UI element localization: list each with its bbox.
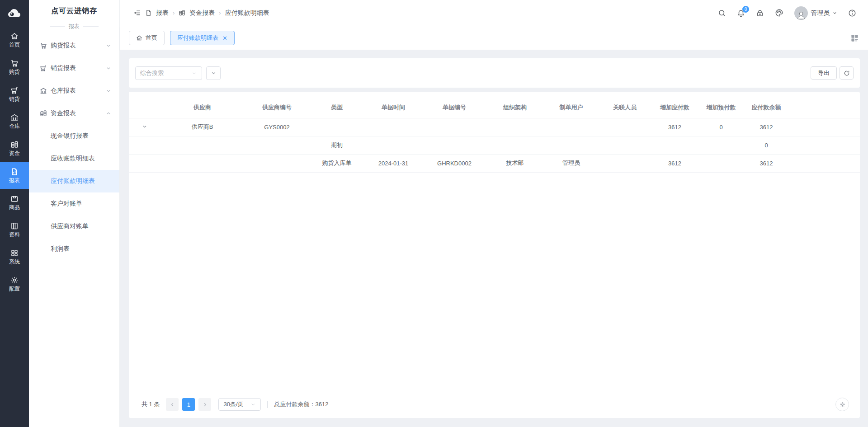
divider-line — [83, 26, 99, 27]
export-button[interactable]: 导出 — [811, 66, 837, 80]
rail-item-label: 配置 — [9, 286, 20, 291]
cell-payable-increase — [651, 136, 698, 154]
page-number-button[interactable]: 1 — [182, 398, 195, 411]
menu-group-purchase-reports[interactable]: 购货报表 — [29, 34, 119, 57]
toolbar-card: 综合搜索 导出 — [129, 58, 860, 88]
notification-badge: 0 — [742, 6, 749, 13]
rail-item-warehouse[interactable]: 仓库 — [0, 108, 29, 135]
cell-creator: 管理员 — [544, 154, 599, 172]
page-size-value: 30条/页 — [223, 400, 243, 408]
cell-related-person — [599, 154, 651, 172]
cell-payable-balance: 3612 — [744, 154, 789, 172]
rail-item-label: 系统 — [9, 259, 20, 264]
home-icon — [136, 35, 142, 41]
rail-item-goods[interactable]: 商品 — [0, 189, 29, 216]
col-supplier: 供应商 — [160, 97, 244, 118]
tab-label: 应付账款明细表 — [177, 34, 218, 42]
rail-item-reports[interactable]: 报表 — [0, 162, 29, 189]
table-row: 供应商B GYS0002 3612 0 3612 — [129, 118, 860, 136]
rail-item-sales[interactable]: 销货 — [0, 80, 29, 108]
purchase-cart-icon — [40, 42, 47, 49]
chevron-up-icon — [106, 111, 111, 116]
warehouse-icon — [10, 113, 19, 122]
rail-item-home[interactable]: 首页 — [0, 26, 29, 53]
app-title: 点可云进销存 — [29, 0, 119, 22]
refresh-icon — [844, 70, 850, 76]
page-size-select[interactable]: 30条/页 — [218, 398, 261, 411]
cell-doc-date — [364, 118, 423, 136]
expand-row-icon[interactable] — [142, 124, 147, 129]
menu-group-label: 仓库报表 — [51, 87, 76, 95]
breadcrumb-level1[interactable]: 报表 — [156, 9, 169, 17]
section-header: 报表 — [29, 22, 119, 31]
funds-coins-icon — [179, 9, 185, 16]
advanced-search-toggle[interactable] — [206, 66, 221, 80]
rail-item-config[interactable]: 配置 — [0, 270, 29, 297]
cell-prepaid-increase: 0 — [698, 118, 744, 136]
cell-type — [310, 118, 364, 136]
tab-payable-detail[interactable]: 应付账款明细表 ✕ — [170, 31, 235, 45]
rail-item-funds[interactable]: 资金 — [0, 135, 29, 162]
close-icon[interactable]: ✕ — [222, 35, 227, 42]
cell-doc-date: 2024-01-31 — [364, 154, 423, 172]
menu-group-funds-reports[interactable]: 资金报表 — [29, 102, 119, 125]
search-icon[interactable] — [718, 9, 726, 17]
report-file-icon — [10, 168, 19, 176]
cell-prepaid-increase — [698, 154, 744, 172]
cell-doc-number — [423, 118, 486, 136]
refresh-button[interactable] — [840, 66, 854, 80]
cell-type: 期初 — [310, 136, 364, 154]
menu-item-label: 应收账款明细表 — [51, 155, 95, 163]
cell-doc-number: GHRKD0002 — [423, 154, 486, 172]
chevron-down-icon — [211, 70, 217, 76]
menu-item-payable-detail[interactable]: 应付账款明细表 — [29, 170, 119, 192]
menu-item-receivable-detail[interactable]: 应收账款明细表 — [29, 147, 119, 170]
info-icon[interactable] — [848, 9, 856, 17]
prev-page-button[interactable] — [166, 398, 179, 411]
menu-item-cash-bank-report[interactable]: 现金银行报表 — [29, 125, 119, 147]
col-related-person: 关联人员 — [599, 97, 651, 118]
breadcrumb-level3: 应付账款明细表 — [225, 9, 269, 17]
content-area: 综合搜索 导出 — [120, 50, 868, 427]
next-page-button[interactable] — [198, 398, 211, 411]
cell-doc-number — [423, 136, 486, 154]
breadcrumb-level2[interactable]: 资金报表 — [189, 9, 215, 17]
app-logo[interactable] — [0, 0, 29, 26]
tab-home[interactable]: 首页 — [129, 31, 165, 45]
rail-item-label: 报表 — [9, 178, 20, 183]
menu-item-label: 客户对账单 — [51, 200, 82, 208]
cell-payable-increase: 3612 — [651, 154, 698, 172]
top-header: 报表 › 资金报表 › 应付账款明细表 0 管理员 — [120, 0, 868, 26]
notification-bell-icon[interactable]: 0 — [737, 9, 745, 17]
lock-icon[interactable] — [756, 9, 764, 17]
tab-list-icon[interactable] — [850, 34, 859, 42]
menu-item-supplier-statement[interactable]: 供应商对账单 — [29, 215, 119, 238]
menu-fold-icon[interactable] — [133, 9, 141, 17]
rail-item-system[interactable]: 系统 — [0, 243, 29, 270]
menu-group-warehouse-reports[interactable]: 仓库报表 — [29, 80, 119, 102]
menu-item-label: 应付账款明细表 — [51, 177, 95, 185]
menu-item-customer-statement[interactable]: 客户对账单 — [29, 192, 119, 215]
table-settings-gear-icon[interactable] — [835, 398, 849, 411]
primary-sidebar: 首页 购货 销货 仓库 资金 报表 商品 资料 系统 配置 — [0, 0, 29, 427]
cell-organization — [486, 136, 544, 154]
tab-bar: 首页 应付账款明细表 ✕ — [120, 26, 868, 50]
search-select[interactable]: 综合搜索 — [135, 66, 202, 80]
rail-item-purchase[interactable]: 购货 — [0, 53, 29, 80]
col-payable-increase: 增加应付款 — [651, 97, 698, 118]
rail-item-data[interactable]: 资料 — [0, 216, 29, 243]
payable-detail-table: 供应商 供应商编号 类型 单据时间 单据编号 组织架构 制单用户 关联人员 增加… — [129, 97, 860, 173]
menu-item-profit-report[interactable]: 利润表 — [29, 238, 119, 260]
rail-item-label: 首页 — [9, 42, 20, 47]
menu-group-sales-reports[interactable]: 销货报表 — [29, 57, 119, 80]
main-area: 报表 › 资金报表 › 应付账款明细表 0 管理员 首页 — [120, 0, 868, 427]
cell-organization: 技术部 — [486, 154, 544, 172]
menu-group-label: 资金报表 — [51, 109, 76, 117]
home-icon — [10, 32, 19, 40]
chevron-down-icon — [106, 88, 111, 94]
user-menu[interactable]: 管理员 — [794, 6, 837, 20]
sales-cart-icon — [40, 65, 47, 72]
funds-coins-icon — [10, 141, 19, 149]
theme-palette-icon[interactable] — [775, 9, 783, 17]
secondary-sidebar: 点可云进销存 报表 购货报表 销货报表 仓库报表 资金报表 现金银行报表 应收账… — [29, 0, 120, 427]
